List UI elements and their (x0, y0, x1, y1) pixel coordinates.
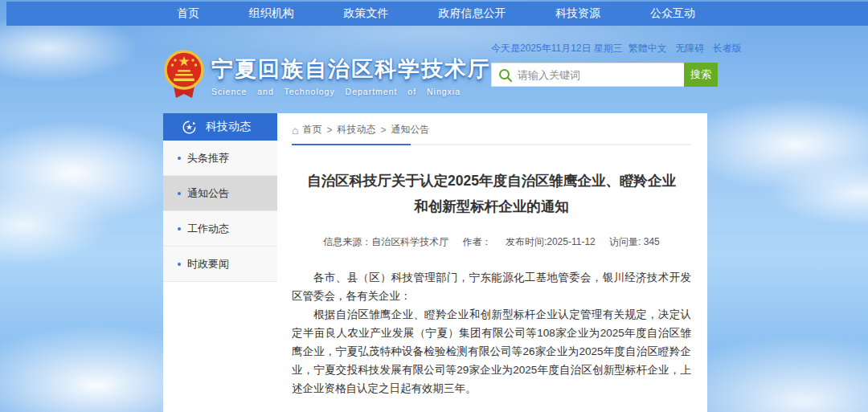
nav-item-organization[interactable]: 组织机构 (241, 6, 302, 21)
breadcrumb-notices[interactable]: 通知公告 (391, 123, 430, 137)
sidebar-item-work-dynamics[interactable]: 工作动态 (163, 211, 277, 247)
breadcrumb-separator: > (326, 124, 332, 136)
nav-item-gov-info-disclosure[interactable]: 政府信息公开 (430, 6, 514, 21)
sidebar: 科技动态 头条推荐 通知公告 工作动态 时政要闻 (163, 113, 277, 412)
breadcrumb-separator: > (380, 124, 386, 136)
sidebar-item-label: 头条推荐 (187, 151, 229, 165)
site-subtitle-en: Science and Technology Department of Nin… (211, 87, 491, 96)
link-traditional-chinese[interactable]: 繁體中文 (628, 43, 667, 54)
top-navigation: 首页 组织机构 政策文件 政府信息公开 科技资源 公众互动 (6, 2, 868, 26)
site-header: 宁夏回族自治区科学技术厅 Science and Technology Depa… (163, 39, 707, 109)
bullet-dot-icon (178, 263, 181, 266)
bullet-dot-icon (178, 192, 181, 195)
article-area: ⌂ 首页 > 科技动态 > 通知公告 自治区科技厅关于认定2025年度自治区雏鹰… (277, 113, 707, 412)
article-body: 各市、县（区）科技管理部门，宁东能源化工基地管委会，银川经济技术开发区管委会，各… (292, 268, 691, 398)
link-elder-version[interactable]: 长者版 (713, 43, 742, 54)
sci-tech-news-icon (182, 120, 196, 134)
bullet-dot-icon (178, 227, 181, 230)
search-button[interactable]: 搜索 (684, 63, 718, 87)
link-accessibility[interactable]: 无障碍 (675, 43, 704, 54)
breadcrumb-sci-tech-news[interactable]: 科技动态 (337, 123, 375, 137)
content-panel: 科技动态 头条推荐 通知公告 工作动态 时政要闻 ⌂ 首页 > (163, 113, 707, 412)
sidebar-header: 科技动态 (163, 113, 277, 141)
search-icon (498, 68, 513, 83)
sidebar-item-notices[interactable]: 通知公告 (163, 176, 277, 211)
article-meta: 信息来源：自治区科学技术厅 作者： 发布时间:2025-11-12 访问量: 3… (292, 235, 691, 249)
nav-item-sci-tech-resources[interactable]: 科技资源 (547, 6, 608, 21)
bullet-dot-icon (178, 157, 181, 160)
sidebar-item-label: 工作动态 (187, 222, 229, 236)
sidebar-item-headline-recommend[interactable]: 头条推荐 (163, 141, 277, 176)
search-input[interactable] (492, 63, 684, 86)
meta-visit-count: 访问量: 345 (609, 236, 660, 247)
national-emblem-logo (163, 50, 205, 101)
nav-item-policy-documents[interactable]: 政策文件 (336, 6, 397, 21)
home-icon: ⌂ (292, 124, 298, 137)
meta-source: 信息来源：自治区科学技术厅 (323, 236, 448, 247)
site-title: 宁夏回族自治区科学技术厅 (211, 55, 491, 84)
breadcrumb-divider (292, 144, 691, 145)
sidebar-item-label: 时政要闻 (187, 257, 229, 271)
breadcrumb-home[interactable]: 首页 (302, 123, 321, 137)
sidebar-item-current-politics[interactable]: 时政要闻 (163, 247, 277, 282)
sidebar-title: 科技动态 (206, 120, 251, 134)
current-date-text: 今天是2025年11月12日 星期三 (491, 42, 623, 55)
nav-item-public-interaction[interactable]: 公众互动 (642, 6, 703, 21)
site-brand[interactable]: 宁夏回族自治区科学技术厅 Science and Technology Depa… (163, 42, 491, 109)
meta-publish-time: 发布时间:2025-11-12 (506, 236, 596, 247)
body-paragraph: 各市、县（区）科技管理部门，宁东能源化工基地管委会，银川经济技术开发区管委会，各… (292, 268, 691, 305)
nav-item-home[interactable]: 首页 (169, 6, 207, 21)
article-title: 自治区科技厅关于认定2025年度自治区雏鹰企业、瞪羚企业 和创新型标杆企业的通知 (292, 168, 691, 219)
sidebar-item-label: 通知公告 (187, 186, 229, 201)
meta-author: 作者： (463, 236, 492, 247)
body-paragraph: 根据自治区雏鹰企业、瞪羚企业和创新型标杆企业认定管理有关规定，决定认定半亩良人农… (292, 305, 691, 398)
breadcrumb: ⌂ 首页 > 科技动态 > 通知公告 (292, 123, 691, 137)
